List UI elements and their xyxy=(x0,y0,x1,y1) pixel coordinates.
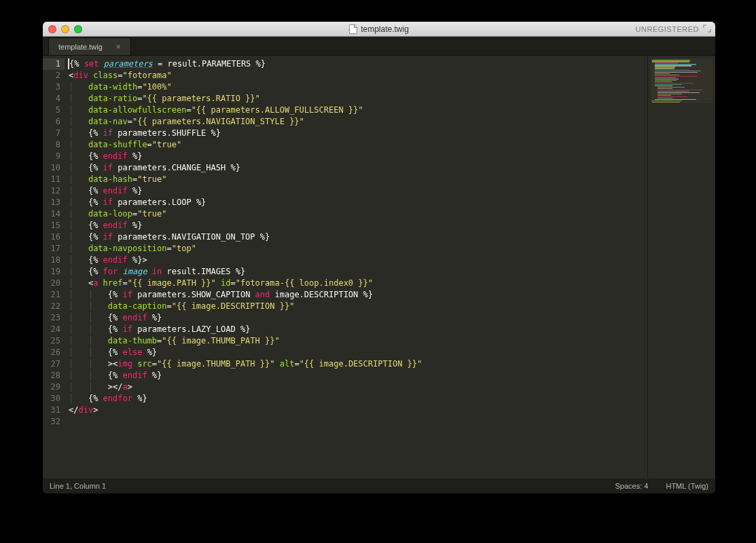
tab-bar: template.twig × xyxy=(43,37,715,56)
tab-close-icon[interactable]: × xyxy=(116,42,121,52)
zoom-icon[interactable] xyxy=(74,25,82,33)
close-icon[interactable] xyxy=(48,25,56,33)
title-text: template.twig xyxy=(361,24,409,34)
unregistered-label: UNREGISTERED xyxy=(636,25,699,33)
code-editor[interactable]: {% set parameters = result.PARAMETERS %}… xyxy=(65,56,647,479)
status-syntax[interactable]: HTML (Twig) xyxy=(666,482,708,490)
editor-window: template.twig UNREGISTERED template.twig… xyxy=(43,22,715,493)
status-spaces[interactable]: Spaces: 4 xyxy=(615,482,649,490)
minimap[interactable] xyxy=(647,56,715,479)
titlebar[interactable]: template.twig UNREGISTERED xyxy=(43,22,715,37)
status-bar: Line 1, Column 1 Spaces: 4 HTML (Twig) xyxy=(43,479,715,493)
document-icon xyxy=(349,24,357,34)
window-title: template.twig xyxy=(43,24,715,34)
tab-label: template.twig xyxy=(58,43,103,51)
status-position[interactable]: Line 1, Column 1 xyxy=(50,482,106,490)
line-gutter[interactable]: 1234567891011121314151617181920212223242… xyxy=(43,56,65,479)
expand-icon[interactable] xyxy=(703,24,711,33)
minimize-icon[interactable] xyxy=(61,25,69,33)
tab-template[interactable]: template.twig × xyxy=(48,37,131,55)
